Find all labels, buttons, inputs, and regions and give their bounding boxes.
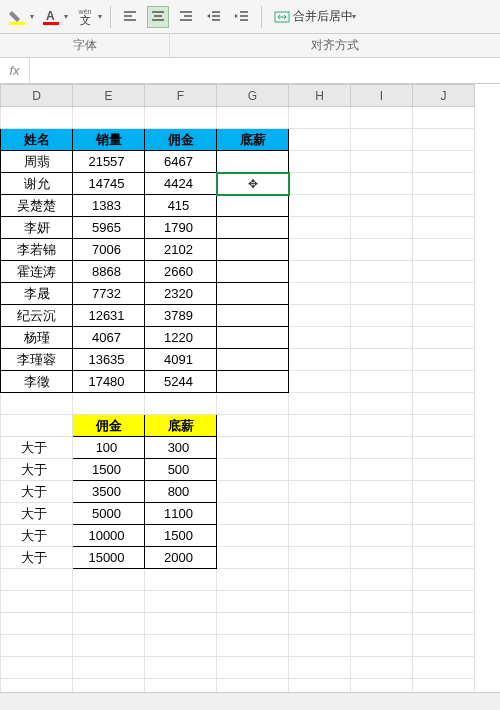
chevron-down-icon: ▾ [352, 12, 356, 21]
chevron-down-icon[interactable]: ▾ [30, 12, 34, 21]
lookup-row: 大于50001100 [1, 503, 475, 525]
hdr-comm[interactable]: 佣金 [145, 129, 217, 151]
status-bar [0, 692, 500, 710]
table-row: 李徵174805244 [1, 371, 475, 393]
align-center-button[interactable] [147, 6, 169, 28]
chevron-down-icon[interactable]: ▾ [64, 12, 68, 21]
merge-icon [274, 9, 290, 25]
table-row: 周翡 21557 6467 [1, 151, 475, 173]
fill-color-button[interactable] [6, 6, 28, 28]
col-header[interactable]: J [413, 85, 475, 107]
table-row: 杨瑾40671220 [1, 327, 475, 349]
table-row: 李晟77322320 [1, 283, 475, 305]
phonetic-guide-button[interactable]: wén 文 [74, 6, 96, 28]
sheet-table: D E F G H I J 姓名 销量 佣金 底薪 周翡 21557 6467 … [0, 84, 475, 692]
hdr-base[interactable]: 底薪 [217, 129, 289, 151]
svg-text:A: A [46, 9, 55, 23]
hdr-name[interactable]: 姓名 [1, 129, 73, 151]
col-header[interactable]: D [1, 85, 73, 107]
lookup-row: 大于1500500 [1, 459, 475, 481]
cursor-icon: ✥ [248, 177, 258, 191]
col-header[interactable]: E [73, 85, 145, 107]
decrease-indent-button[interactable] [203, 6, 225, 28]
fx-label[interactable]: fx [0, 58, 30, 83]
col-header[interactable]: F [145, 85, 217, 107]
lookup-header-row: 佣金 底薪 [1, 415, 475, 437]
col-header[interactable]: G [217, 85, 289, 107]
increase-indent-button[interactable] [231, 6, 253, 28]
align-left-button[interactable] [119, 6, 141, 28]
merge-label: 合并后居中 [293, 8, 353, 25]
svg-rect-0 [9, 22, 25, 25]
table-row: 李瑾蓉136354091 [1, 349, 475, 371]
col-header[interactable]: I [351, 85, 413, 107]
col-header[interactable]: H [289, 85, 351, 107]
lookup-row: 大于3500800 [1, 481, 475, 503]
merge-center-button[interactable]: 合并后居中 ▾ [270, 6, 360, 27]
cell-G3[interactable] [217, 151, 289, 173]
table-row: 吴楚楚1383415 [1, 195, 475, 217]
separator [261, 6, 262, 28]
ribbon-group-labels: 字体 对齐方式 [0, 34, 500, 58]
hdr-sales[interactable]: 销量 [73, 129, 145, 151]
table-row: 纪云沉126313789 [1, 305, 475, 327]
table-row: 霍连涛88682660 [1, 261, 475, 283]
column-header-row: D E F G H I J [1, 85, 475, 107]
align-group-label: 对齐方式 [170, 34, 500, 57]
formula-bar: fx [0, 58, 500, 84]
font-color-button[interactable]: A [40, 6, 62, 28]
svg-rect-2 [43, 22, 59, 25]
spreadsheet-grid[interactable]: D E F G H I J 姓名 销量 佣金 底薪 周翡 21557 6467 … [0, 84, 500, 692]
separator [110, 6, 111, 28]
align-right-button[interactable] [175, 6, 197, 28]
table-row: 李若锦70062102 [1, 239, 475, 261]
table-row: 李妍59651790 [1, 217, 475, 239]
lookup-row: 大于150002000 [1, 547, 475, 569]
lookup-row: 大于100300 [1, 437, 475, 459]
formula-input[interactable] [30, 58, 500, 83]
table-header-row: 姓名 销量 佣金 底薪 [1, 129, 475, 151]
lookup-row: 大于100001500 [1, 525, 475, 547]
selected-cell[interactable]: ✥ [217, 173, 289, 195]
chevron-down-icon[interactable]: ▾ [98, 12, 102, 21]
lookup-hdr-comm[interactable]: 佣金 [73, 415, 145, 437]
table-row: 谢允 14745 4424 ✥ [1, 173, 475, 195]
font-group-label: 字体 [0, 34, 170, 57]
ribbon-toolbar: ▾ A ▾ wén 文 ▾ 合并后居中 ▾ [0, 0, 500, 34]
lookup-hdr-base[interactable]: 底薪 [145, 415, 217, 437]
